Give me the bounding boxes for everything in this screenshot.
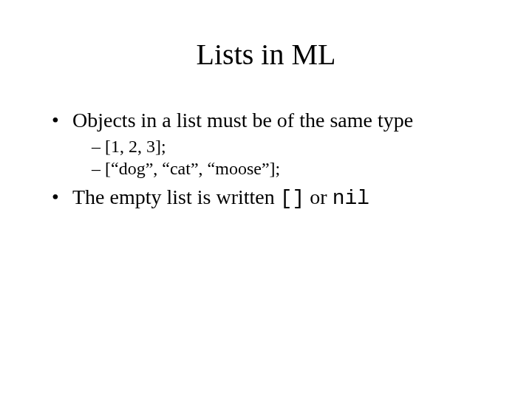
bullet-list: Objects in a list must be of the same ty… [44, 107, 488, 213]
sub-item-1: [1, 2, 3]; [92, 135, 488, 157]
bullet-1-text: Objects in a list must be of the same ty… [72, 109, 413, 132]
sub-list-1: [1, 2, 3]; [“dog”, “cat”, “moose”]; [72, 135, 488, 180]
bullet-item-2: The empty list is written [] or nil [52, 184, 488, 212]
bullet-2-prefix: The empty list is written [72, 185, 280, 208]
slide-title: Lists in ML [44, 37, 488, 72]
bullet-item-1: Objects in a list must be of the same ty… [52, 107, 488, 180]
bullet-2-mid: or [304, 185, 332, 208]
sub-item-2: [“dog”, “cat”, “moose”]; [92, 157, 488, 180]
code-empty-brackets: [] [280, 187, 305, 210]
slide: Lists in ML Objects in a list must be of… [0, 0, 532, 399]
code-nil: nil [332, 187, 369, 210]
